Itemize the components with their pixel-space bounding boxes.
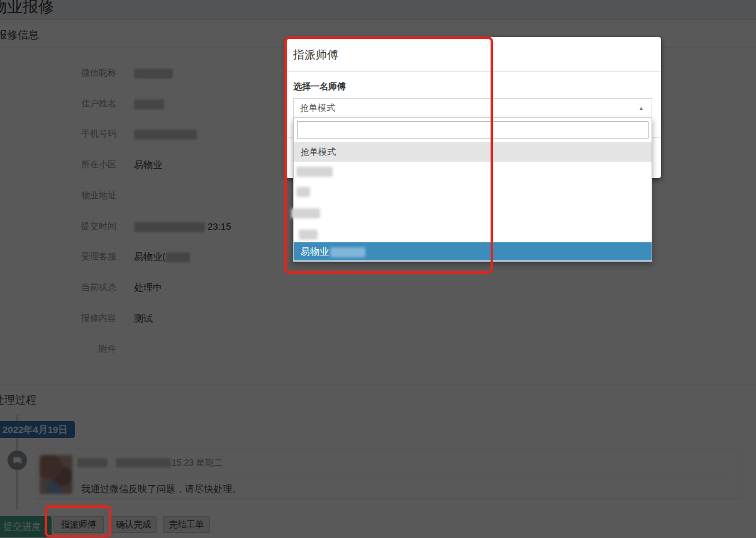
master-select-value: 抢单模式 <box>300 103 335 114</box>
redacted-option <box>296 167 333 177</box>
redacted-option <box>296 187 310 197</box>
modal-title: 指派师傅 <box>293 47 338 62</box>
modal-header-divider <box>286 71 661 72</box>
option-redacted[interactable] <box>294 162 652 182</box>
select-master-label: 选择一名师傅 <box>293 81 346 92</box>
option-grab-mode[interactable]: 抢单模式 <box>294 142 652 162</box>
option-redacted[interactable] <box>294 182 652 202</box>
chevron-up-icon: ▲ <box>638 105 644 111</box>
dropdown-search-input[interactable] <box>297 121 648 138</box>
dropdown-option-list: 抢单模式 易物业 <box>294 142 652 261</box>
redacted-option <box>299 230 318 240</box>
redacted-option <box>291 208 320 218</box>
option-yiwuye-label: 易物业 <box>301 246 329 257</box>
master-select-dropdown: 抢单模式 易物业 <box>293 118 652 262</box>
option-redacted[interactable] <box>294 202 652 222</box>
page-root: 物业报修 报修信息 微信昵称 住户姓名 手机号码 所在小区 易物业 物业地址 提… <box>0 0 756 538</box>
option-yiwuye-master[interactable]: 易物业 <box>294 242 652 261</box>
master-select[interactable]: 抢单模式 ▲ <box>293 98 652 118</box>
redacted-option-suffix <box>330 247 365 257</box>
option-redacted[interactable] <box>294 222 652 242</box>
